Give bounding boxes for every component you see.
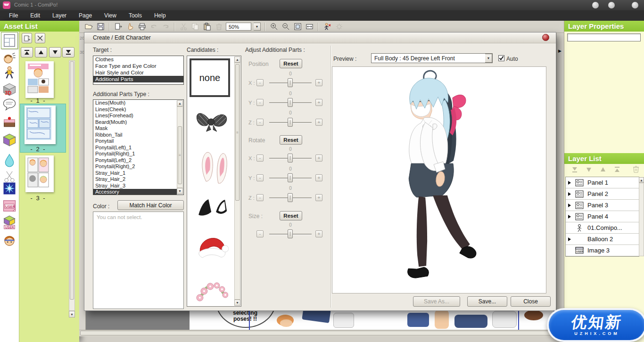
rotate-reset-button[interactable]: Reset <box>280 135 302 145</box>
category-user-character-icon[interactable] <box>2 233 17 247</box>
candidates-scrollbar[interactable]: ≡ <box>234 63 240 300</box>
rotate-y-slider[interactable] <box>288 173 293 182</box>
candidate-santa-hat[interactable] <box>196 234 229 264</box>
fit-width-icon[interactable] <box>305 22 314 32</box>
category-effect-icon[interactable] <box>2 181 17 195</box>
rotate-x-decrement[interactable]: - <box>256 155 264 162</box>
zoom-select-arrow-icon[interactable]: ▼ <box>254 23 261 31</box>
position-y-increment[interactable]: + <box>315 99 322 106</box>
position-y-decrement[interactable]: - <box>256 99 264 106</box>
candidate-cat-ears[interactable] <box>197 198 227 219</box>
position-x-increment[interactable]: + <box>315 79 322 86</box>
menu-layer[interactable]: Layer <box>46 10 73 21</box>
canvas-horizontal-scrollbar[interactable] <box>79 330 556 336</box>
candidates-scroll-up-button[interactable]: ▲ <box>234 57 240 63</box>
candidate-none[interactable]: none <box>190 58 230 97</box>
parts-type-item[interactable]: Ponytail(Left)_1 <box>93 145 177 151</box>
category-pose-icon[interactable] <box>2 66 17 80</box>
size-reset-button[interactable]: Reset <box>280 211 302 220</box>
save-icon[interactable] <box>96 22 105 32</box>
parts-type-item[interactable]: Lines(Forehead) <box>93 113 177 119</box>
position-z-slider[interactable] <box>288 118 293 127</box>
parts-scroll-down-button[interactable]: ▼ <box>177 188 183 194</box>
parts-type-item[interactable]: Lines(Mouth) <box>93 100 177 106</box>
zoom-level-select[interactable]: 50% <box>226 23 251 31</box>
character-wizard-icon[interactable] <box>322 22 332 32</box>
candidate-bunny-ears[interactable] <box>197 149 228 187</box>
layer-list-scroll-up-button[interactable]: ▲ <box>639 177 644 183</box>
position-x-slider[interactable] <box>288 78 293 87</box>
parts-scrollbar[interactable]: ≡ <box>177 106 183 188</box>
parts-type-item[interactable]: Stray_Hair_2 <box>93 176 177 183</box>
maximize-button[interactable] <box>608 2 615 8</box>
match-hair-color-button[interactable]: Match Hair Color <box>117 200 184 210</box>
parts-type-item[interactable]: Stray_Hair_3 <box>93 183 177 189</box>
menu-file[interactable]: File <box>3 10 24 21</box>
parts-type-item[interactable]: Stray_Hair_1 <box>93 170 177 177</box>
layer-row-panel-3[interactable]: Panel 3 <box>566 200 639 211</box>
parts-type-item[interactable]: Ponytail <box>93 138 177 145</box>
paste-icon[interactable] <box>202 22 212 32</box>
target-item[interactable]: Clothes <box>93 56 183 63</box>
target-item[interactable]: Hair Style and Color <box>93 69 183 76</box>
zoom-out-icon[interactable] <box>281 22 290 32</box>
export-icon[interactable] <box>114 22 123 32</box>
position-x-decrement[interactable]: - <box>256 79 264 86</box>
position-y-slider[interactable] <box>288 98 293 107</box>
layer-row-panel-2[interactable]: Panel 2 <box>566 188 639 200</box>
save-button[interactable]: Save... <box>467 296 507 307</box>
menu-help[interactable]: Help <box>148 10 172 21</box>
category-balloon-icon[interactable] <box>2 98 17 112</box>
layer-row-panel-1[interactable]: Panel 1 <box>566 177 639 188</box>
layer-row-panel-4[interactable]: Panel 4 <box>566 211 639 222</box>
target-item-selected[interactable]: Additional Parts <box>93 76 183 82</box>
fit-page-icon[interactable] <box>293 22 302 32</box>
move-page-up-button[interactable] <box>35 47 47 57</box>
expand-icon[interactable] <box>568 181 571 185</box>
category-3d-object-icon[interactable] <box>2 133 17 147</box>
expand-icon[interactable] <box>568 204 571 207</box>
category-3d-item-icon[interactable]: 3D <box>2 82 17 97</box>
print-icon[interactable] <box>137 22 147 32</box>
parts-scroll-up-button[interactable]: ▲ <box>177 100 183 106</box>
rotate-z-decrement[interactable]: - <box>256 194 264 201</box>
menu-page[interactable]: Page <box>73 10 98 21</box>
close-button[interactable]: Close <box>511 296 551 307</box>
page-thumbnail-2[interactable] <box>25 106 56 144</box>
parts-type-item[interactable]: Lines(Cheek) <box>93 106 177 113</box>
layer-move-down-icon[interactable] <box>585 166 594 174</box>
minimize-button[interactable] <box>592 2 599 8</box>
rotate-z-slider[interactable] <box>288 193 293 202</box>
position-z-decrement[interactable]: - <box>256 119 264 126</box>
size-decrement[interactable]: - <box>256 230 264 237</box>
save-as-button[interactable]: Save As... <box>413 296 460 307</box>
preview-select-arrow-icon[interactable]: ▼ <box>485 54 492 63</box>
expand-icon[interactable] <box>568 192 571 196</box>
layer-row-image[interactable]: USER Image 3 <box>566 245 639 256</box>
parts-type-item[interactable]: Beard(Mouth) <box>93 119 177 126</box>
move-page-last-button[interactable] <box>62 47 74 57</box>
candidate-flower-wreath[interactable] <box>196 279 228 303</box>
category-page-layout-icon[interactable] <box>1 32 18 49</box>
expand-icon[interactable] <box>568 237 571 241</box>
layer-row-character[interactable]: 01.Comipo... <box>566 222 639 234</box>
rotate-x-increment[interactable]: + <box>315 155 322 162</box>
category-effect-drop-icon[interactable] <box>2 153 17 167</box>
layer-row-balloon[interactable]: Balloon 2 <box>566 234 639 245</box>
asset-list-scroll-down-button[interactable]: ▼ <box>69 311 75 318</box>
open-icon[interactable] <box>84 22 93 32</box>
layer-move-up-icon[interactable] <box>599 166 608 174</box>
candidate-plaid-bow[interactable] <box>195 109 229 135</box>
select-tool-icon[interactable] <box>125 22 135 32</box>
page-thumbnail-3[interactable] <box>25 155 54 192</box>
position-reset-button[interactable]: Reset <box>280 59 302 68</box>
category-user-image-icon[interactable]: USER <box>2 199 17 213</box>
parts-type-item[interactable]: Mask <box>93 125 177 132</box>
page-thumbnail-1[interactable] <box>25 61 54 98</box>
rotate-z-increment[interactable]: + <box>315 194 322 201</box>
dialog-close-icon[interactable] <box>542 34 549 41</box>
layer-move-bottom-icon[interactable] <box>571 166 579 174</box>
size-slider[interactable] <box>288 229 293 238</box>
parts-type-item-selected[interactable]: Accessory <box>93 189 177 195</box>
zoom-in-icon[interactable] <box>269 22 279 32</box>
